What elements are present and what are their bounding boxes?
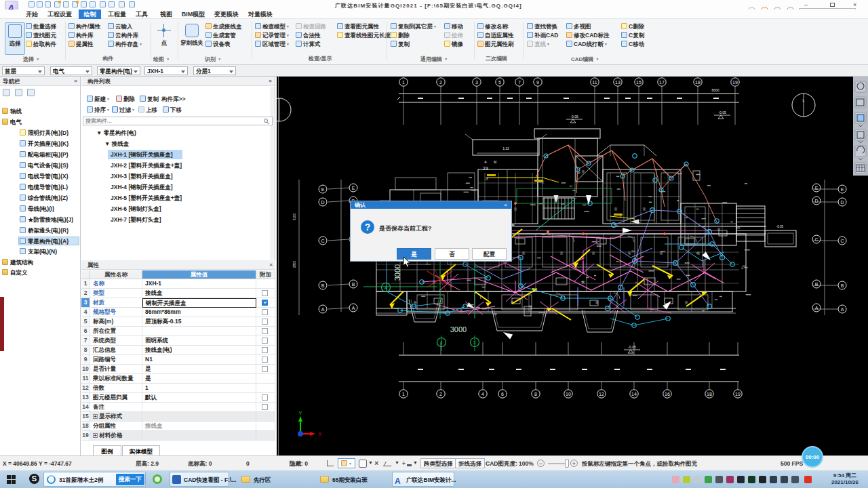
svg-text:C: C — [840, 239, 844, 243]
svg-text:-0.05: -0.05 — [570, 115, 578, 119]
svg-text:-0.05: -0.05 — [776, 225, 784, 228]
svg-text:23: 23 — [483, 166, 488, 171]
svg-text:室: 室 — [595, 301, 599, 304]
svg-text:2: 2 — [439, 392, 442, 396]
svg-text:-0.05: -0.05 — [718, 110, 726, 115]
svg-text:3000: 3000 — [450, 325, 467, 333]
svg-text:B: B — [815, 282, 818, 287]
svg-text:1:12: 1:12 — [502, 146, 509, 150]
svg-text:19: 19 — [735, 392, 741, 396]
svg-text:3000: 3000 — [393, 264, 401, 281]
svg-text:E: E — [815, 186, 818, 190]
svg-text:A: A — [841, 307, 844, 312]
svg-text:D: D — [840, 200, 844, 205]
svg-text:A: A — [815, 306, 818, 310]
svg-text:10: 10 — [566, 392, 571, 396]
svg-text:D: D — [814, 199, 818, 203]
svg-text:-0.05: -0.05 — [628, 345, 636, 349]
svg-text:4: 4 — [481, 392, 484, 396]
svg-text:19: 19 — [732, 80, 738, 85]
svg-text:B: B — [321, 283, 325, 288]
svg-text:16: 16 — [665, 392, 670, 396]
svg-text:11: 11 — [592, 80, 597, 85]
svg-text:14: 14 — [631, 392, 637, 396]
svg-text:2: 2 — [439, 80, 442, 85]
svg-text:8: 8 — [534, 392, 537, 396]
svg-text:E: E — [321, 187, 325, 192]
svg-text:室: 室 — [414, 301, 417, 304]
svg-text:6: 6 — [501, 392, 504, 396]
svg-text:3100: 3100 — [293, 213, 296, 220]
svg-text:18: 18 — [695, 80, 701, 85]
svg-text:E: E — [352, 186, 355, 190]
svg-text:C: C — [321, 239, 324, 243]
svg-text:2800: 2800 — [293, 260, 296, 268]
svg-text:3: 3 — [475, 80, 478, 85]
svg-text:17: 17 — [659, 80, 665, 85]
svg-text:室: 室 — [685, 301, 688, 304]
svg-text:A: A — [321, 307, 325, 312]
svg-text:13: 13 — [615, 80, 620, 85]
svg-text:B: B — [841, 283, 844, 288]
svg-text:5: 5 — [498, 80, 501, 85]
svg-text:D: D — [321, 200, 324, 205]
svg-text:C: C — [814, 237, 818, 242]
svg-text:12: 12 — [599, 392, 604, 396]
svg-text:15: 15 — [636, 80, 642, 85]
svg-text:X: X — [318, 431, 322, 437]
svg-text:室: 室 — [614, 207, 618, 211]
svg-text:室: 室 — [582, 170, 585, 174]
svg-text:L: L — [803, 98, 805, 102]
svg-text:A: A — [384, 285, 388, 290]
svg-text:E: E — [841, 187, 844, 192]
svg-text:Y: Y — [298, 410, 302, 416]
svg-text:9: 9 — [536, 80, 539, 85]
svg-text:M: M — [494, 160, 496, 164]
svg-text:7: 7 — [518, 80, 521, 85]
svg-text:室: 室 — [643, 207, 646, 211]
svg-text:A: A — [352, 306, 355, 310]
svg-text:4: 4 — [484, 160, 487, 164]
svg-text:B: B — [352, 282, 355, 287]
svg-text:18: 18 — [707, 392, 712, 396]
svg-text:1: 1 — [402, 392, 405, 396]
svg-text:8000: 8000 — [711, 88, 719, 92]
svg-text:1: 1 — [402, 80, 405, 85]
